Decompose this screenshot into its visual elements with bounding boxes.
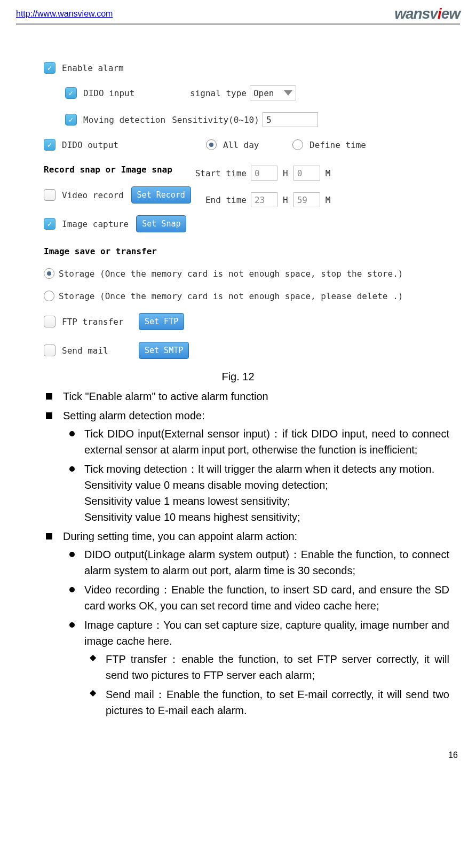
start-time-label: Start time	[193, 168, 247, 178]
define-time-label: Define time	[310, 140, 366, 150]
dido-output-checkbox[interactable]	[44, 139, 55, 151]
set-ftp-button[interactable]: Set FTP	[139, 313, 184, 330]
bullet-moving-detect: Tick moving detection：It will trigger th…	[63, 461, 449, 525]
bullet-ftp: FTP transfer：enable the function, to set…	[84, 651, 449, 683]
image-capture-label: Image capture	[62, 219, 129, 229]
end-hour-input[interactable]: 23	[251, 192, 277, 207]
enable-alarm-label: Enable alarm	[62, 63, 124, 73]
min-label: M	[326, 168, 331, 178]
bullet-dido-input: Tick DIDO input(External sensor input)：i…	[63, 426, 449, 458]
bullet-image-capture: Image capture：You can set capture size, …	[63, 617, 449, 718]
storage-stop-label: Storage (Once the memory card is not eno…	[59, 269, 403, 279]
dido-input-label: DIDO input	[83, 88, 190, 98]
all-day-radio[interactable]	[206, 139, 217, 150]
hour-label-2: H	[283, 195, 288, 205]
dido-input-checkbox[interactable]	[65, 87, 77, 99]
settings-screenshot: Enable alarm DIDO input signal type Open…	[44, 62, 439, 359]
page-number: 16	[16, 750, 458, 760]
min-label-2: M	[326, 195, 331, 205]
storage-delete-label: Storage (Once the memory card is not eno…	[59, 291, 403, 301]
end-time-label: End time	[193, 195, 247, 205]
bullet-dido-output: DIDO output(Linkage alarm system output)…	[63, 546, 449, 578]
video-record-checkbox[interactable]	[44, 189, 55, 201]
header-url-link[interactable]: http://www.wansview.com	[16, 9, 113, 19]
set-record-button[interactable]: Set Record	[131, 186, 191, 204]
bullet-video-recording: Video recording：Enable the function, to …	[63, 582, 449, 614]
bullet-mode: Setting alarm detection mode: Tick DIDO …	[42, 408, 449, 525]
signal-type-value: Open	[253, 88, 274, 98]
set-smtp-button[interactable]: Set SMTP	[139, 342, 189, 359]
send-mail-checkbox[interactable]	[44, 345, 55, 356]
enable-alarm-checkbox[interactable]	[44, 62, 55, 74]
sensitivity-label: Sensitivity(0~10)	[172, 115, 259, 125]
sensitivity-input[interactable]: 5	[263, 112, 318, 127]
storage-delete-radio[interactable]	[44, 291, 54, 301]
start-min-input[interactable]: 0	[293, 166, 320, 181]
image-save-heading: Image save or transfer	[44, 246, 439, 256]
bullet-enable: Tick "Enable alarm" to active alarm func…	[42, 388, 449, 404]
storage-stop-radio[interactable]	[44, 268, 54, 279]
set-snap-button[interactable]: Set Snap	[136, 215, 186, 232]
bullet-action: During setting time, you can appoint ala…	[42, 528, 449, 718]
moving-detection-label: Moving detection	[83, 115, 165, 125]
bullet-send-mail: Send mail：Enable the function, to set E-…	[84, 686, 449, 718]
image-capture-checkbox[interactable]	[44, 218, 55, 230]
all-day-label: All day	[223, 140, 292, 150]
page-header: http://www.wansview.com wansview	[16, 5, 460, 25]
video-record-label: Video record	[62, 190, 124, 200]
logo: wansview	[394, 5, 460, 22]
body-text: Tick "Enable alarm" to active alarm func…	[42, 388, 449, 718]
send-mail-label: Send mail	[62, 346, 131, 356]
ftp-transfer-checkbox[interactable]	[44, 316, 55, 327]
signal-type-label: signal type	[190, 88, 247, 98]
dido-output-label: DIDO output	[62, 140, 206, 150]
end-min-input[interactable]: 59	[293, 192, 320, 207]
moving-detection-checkbox[interactable]	[65, 114, 77, 126]
define-time-radio[interactable]	[292, 139, 303, 150]
record-snap-heading: Record snap or Image snap	[44, 165, 193, 175]
signal-type-select[interactable]: Open	[250, 85, 296, 100]
hour-label: H	[283, 168, 288, 178]
figure-caption: Fig. 12	[16, 371, 460, 383]
start-hour-input[interactable]: 0	[251, 166, 277, 181]
ftp-transfer-label: FTP transfer	[62, 317, 131, 327]
chevron-down-icon	[284, 90, 292, 96]
